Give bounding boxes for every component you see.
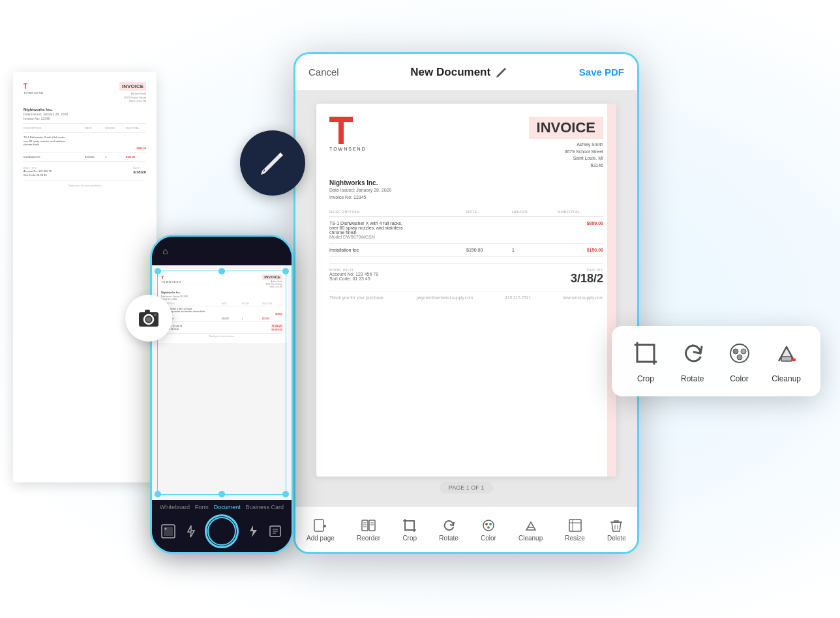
add-page-icon <box>313 518 327 533</box>
svg-rect-19 <box>369 520 375 531</box>
cleanup-label: Cleanup <box>518 535 543 542</box>
recipient-address: Ashley Smith 3679 School Street Saint Lo… <box>529 141 603 169</box>
documents-icon[interactable] <box>266 522 284 540</box>
crop-button[interactable]: Crop <box>402 518 417 542</box>
paper-document: T TOWNSEND INVOICE Ashley Smith3679 Scho… <box>13 72 157 482</box>
document-title-bar: New Document <box>410 66 507 79</box>
invoice-table-header: DESCRIPTIONRATEHOURSSUBTOTAL <box>329 207 603 217</box>
mini-row-2: Installation fee$150.001$150.00 <box>23 155 146 162</box>
crop-icon-ctx <box>631 339 660 368</box>
phone-invoice: T TOWNSEND INVOICE Ashley Smith3679 Scho… <box>156 269 288 343</box>
phone-bottom-bar: Whiteboard Form Document Business Card <box>152 500 292 552</box>
tab-form[interactable]: Form <box>195 504 209 510</box>
tab-business-card[interactable]: Business Card <box>246 504 284 510</box>
save-pdf-button[interactable]: Save PDF <box>579 66 624 78</box>
svg-rect-13 <box>329 117 353 122</box>
flash-icon[interactable] <box>243 522 262 540</box>
svg-point-8 <box>165 528 167 530</box>
mini-row-1: TS-1 Dishwasher X with 4 full racks, ove… <box>23 136 146 153</box>
ctx-cleanup[interactable]: Cleanup <box>772 339 801 383</box>
flash-settings-icon[interactable] <box>182 522 200 540</box>
svg-rect-4 <box>145 310 150 313</box>
tablet-header: Cancel New Document Save PDF <box>295 54 637 91</box>
ctx-rotate-label: Rotate <box>681 374 704 383</box>
phone-controls <box>152 512 292 551</box>
scan-tabs: Whiteboard Form Document Business Card <box>152 500 292 512</box>
doc-title-text: New Document <box>410 66 490 79</box>
mini-logo: T <box>23 82 44 91</box>
invoice-logo: TOWNSEND <box>329 117 367 151</box>
gallery-icon[interactable] <box>159 522 177 540</box>
reorder-icon <box>361 518 376 533</box>
color-icon-ctx <box>725 339 754 368</box>
svg-point-5 <box>154 314 157 316</box>
rotate-button[interactable]: Rotate <box>439 518 458 542</box>
company-name: TOWNSEND <box>329 147 367 151</box>
shutter-button[interactable] <box>205 514 239 548</box>
svg-rect-43 <box>781 357 792 361</box>
resize-button[interactable]: Resize <box>565 518 585 542</box>
tab-whiteboard[interactable]: Whiteboard <box>160 504 190 510</box>
camera-circle[interactable] <box>125 295 172 342</box>
invoice-title: INVOICE <box>529 117 603 139</box>
mini-recipient: Ashley Smith3679 School StreetSaint Loui… <box>119 92 146 103</box>
phone-screen: T TOWNSEND INVOICE Ashley Smith3679 Scho… <box>152 265 292 500</box>
cancel-button[interactable]: Cancel <box>308 66 339 78</box>
ctx-rotate[interactable]: Rotate <box>678 339 707 383</box>
svg-point-27 <box>489 523 492 525</box>
tab-document[interactable]: Document <box>214 504 241 510</box>
home-icon: ⌂ <box>162 246 168 256</box>
svg-rect-14 <box>338 122 344 144</box>
ctx-crop-label: Crop <box>637 374 654 383</box>
svg-point-26 <box>485 523 488 525</box>
reorder-label: Reorder <box>357 535 380 542</box>
corner-dot-bl <box>155 491 161 497</box>
delete-icon-bottom <box>609 518 623 533</box>
corner-dot-br <box>282 491 289 497</box>
mini-bank-info: BANK INFO Account No: 123 456 78 Sort Co… <box>23 167 146 177</box>
invoice-document: TOWNSEND INVOICE Ashley Smith 3679 Schoo… <box>316 104 616 477</box>
townsend-logo <box>329 117 353 144</box>
context-menu: Crop Rotate Color <box>612 326 820 396</box>
resize-label: Resize <box>565 535 585 542</box>
client-info: Nightworks Inc. Date Issued: January 28,… <box>329 179 603 201</box>
rotate-label: Rotate <box>439 535 458 542</box>
crop-label: Crop <box>402 535 417 542</box>
add-page-button[interactable]: Add page <box>307 518 335 542</box>
color-button[interactable]: Color <box>481 518 496 542</box>
ctx-color-label: Color <box>730 374 749 383</box>
phone-top-bar: ⌂ <box>152 237 292 265</box>
rotate-icon-ctx <box>678 339 707 368</box>
ctx-cleanup-label: Cleanup <box>772 374 801 383</box>
svg-rect-18 <box>362 520 368 531</box>
page-indicator: PAGE 1 OF 1 <box>440 482 493 493</box>
crop-icon-bottom <box>402 518 417 533</box>
pencil-icon <box>257 147 288 179</box>
reorder-button[interactable]: Reorder <box>357 518 380 542</box>
phone-device: ⌂ T TOWNSEND INVOICE Ashley Smith3679 Sc… <box>150 235 293 554</box>
svg-point-3 <box>146 317 151 322</box>
pencil-circle <box>240 130 305 196</box>
add-page-label: Add page <box>307 535 335 542</box>
resize-icon-bottom <box>568 518 582 533</box>
tablet-device: Cancel New Document Save PDF <box>293 52 639 554</box>
tablet-bottom-bar: Add page Reorder <box>295 507 637 552</box>
svg-rect-15 <box>314 520 323 531</box>
delete-button[interactable]: Delete <box>607 518 626 542</box>
color-icon-bottom <box>481 518 496 533</box>
tablet-content: TOWNSEND INVOICE Ashley Smith 3679 Schoo… <box>295 91 637 507</box>
invoice-pink-accent <box>607 104 616 477</box>
svg-rect-45 <box>792 359 796 361</box>
ctx-crop[interactable]: Crop <box>631 339 660 383</box>
corner-dot-bm <box>218 491 225 497</box>
cleanup-button[interactable]: Cleanup <box>518 518 543 542</box>
ctx-color[interactable]: Color <box>725 339 754 383</box>
invoice-row-1: TS-1 Dishwasher X with 4 full racks, ove… <box>329 217 603 244</box>
invoice-thank-you: Thank you for your purchase. paymenttown… <box>329 291 603 300</box>
color-label: Color <box>481 535 496 542</box>
edit-icon[interactable] <box>496 66 507 78</box>
rotate-icon-bottom <box>442 518 456 533</box>
svg-point-28 <box>487 526 490 529</box>
invoice-row-2: Installation fee $150.00 1 $150.00 <box>329 244 603 257</box>
mini-client: Nightworks Inc. Date Issued: January 28,… <box>23 107 146 124</box>
